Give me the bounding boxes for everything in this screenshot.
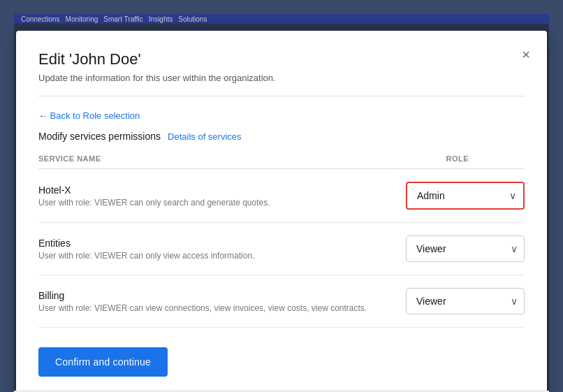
service-name: Hotel-X — [38, 184, 406, 196]
modal-header: Edit 'John Doe' Update the information f… — [38, 50, 525, 83]
services-list: Hotel-XUser with role: VIEWER can only s… — [38, 169, 525, 328]
section-title: Modify services permissions — [38, 131, 161, 142]
top-navigation: Connections Monitoring Smart Traffic Ins… — [14, 14, 549, 24]
service-description: User with role: VIEWER can only search a… — [38, 198, 406, 208]
nav-monitoring[interactable]: Monitoring — [66, 15, 98, 23]
modal-title: Edit 'John Doe' — [38, 50, 525, 68]
role-select[interactable]: AdminViewerEditor — [406, 235, 525, 262]
modal-overlay: Connections Monitoring Smart Traffic Ins… — [14, 14, 549, 392]
role-select-wrapper: AdminViewerEditor∨ — [406, 288, 525, 314]
role-select-wrapper: AdminViewerEditor∨ — [406, 182, 525, 210]
role-select-wrapper: AdminViewerEditor∨ — [406, 235, 525, 262]
service-info: EntitiesUser with role: VIEWER can only … — [38, 238, 406, 261]
edit-user-modal: Edit 'John Doe' Update the information f… — [16, 31, 547, 392]
nav-connections[interactable]: Connections — [21, 15, 60, 23]
close-button[interactable]: × — [519, 45, 533, 64]
service-name: Billing — [38, 290, 406, 301]
table-header: SERVICE NAME ROLE — [38, 154, 525, 169]
nav-smart-traffic[interactable]: Smart Traffic — [103, 15, 143, 23]
service-description: User with role: VIEWER can only view acc… — [38, 251, 406, 261]
header-divider — [38, 96, 525, 96]
confirm-button[interactable]: Confirm and continue — [38, 347, 168, 377]
back-to-role-link[interactable]: ← Back to Role selection — [38, 110, 140, 121]
service-row: Hotel-XUser with role: VIEWER can only s… — [38, 169, 525, 223]
section-header: Modify services permissions Details of s… — [38, 131, 525, 142]
service-info: Hotel-XUser with role: VIEWER can only s… — [38, 184, 406, 208]
service-info: BillingUser with role: VIEWER can view c… — [38, 290, 406, 313]
service-column-label: SERVICE NAME — [38, 154, 101, 163]
nav-solutions[interactable]: Solutions — [178, 15, 207, 23]
details-link[interactable]: Details of services — [168, 131, 241, 142]
service-row: EntitiesUser with role: VIEWER can only … — [38, 223, 525, 275]
service-row: BillingUser with role: VIEWER can view c… — [38, 275, 525, 328]
service-name: Entities — [38, 238, 406, 249]
service-description: User with role: VIEWER can view connecti… — [38, 303, 406, 313]
role-select[interactable]: AdminViewerEditor — [406, 288, 525, 314]
role-select[interactable]: AdminViewerEditor — [407, 183, 523, 208]
modal-subtitle: Update the information for this user wit… — [38, 73, 525, 83]
nav-insights[interactable]: Insights — [149, 15, 173, 23]
role-column-label: ROLE — [446, 154, 469, 163]
